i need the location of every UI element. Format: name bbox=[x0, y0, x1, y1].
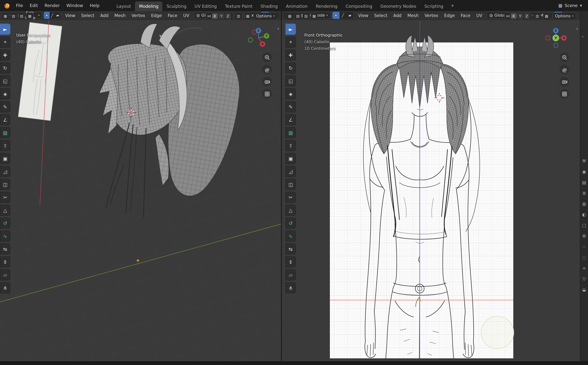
camera-view-button[interactable] bbox=[559, 77, 569, 86]
tool-add-cube-button[interactable]: ▧ bbox=[286, 127, 296, 138]
tool-cursor-button[interactable]: ⌖ bbox=[286, 37, 296, 48]
face-select-button[interactable]: ▰ bbox=[55, 12, 60, 19]
edge-select-button[interactable]: ╱ bbox=[339, 12, 346, 19]
properties-tab-material[interactable]: ◒ bbox=[581, 286, 588, 293]
menu-add[interactable]: Add bbox=[97, 11, 112, 20]
scene-chevron-icon[interactable]: ▾ bbox=[580, 3, 582, 8]
menu-face[interactable]: Face bbox=[165, 11, 180, 20]
tool-annotate-button[interactable]: ✎ bbox=[0, 101, 10, 112]
menu-uv[interactable]: UV bbox=[180, 11, 192, 20]
navigation-gizmo[interactable]: Z Y X bbox=[248, 27, 269, 48]
tool-edge-slide-button[interactable]: ⇆ bbox=[286, 244, 296, 254]
properties-tab-render[interactable]: ◉ bbox=[581, 168, 588, 175]
properties-tab-scene[interactable]: ◍ bbox=[581, 200, 588, 208]
viewport-toggle-button-4[interactable]: ▩ bbox=[311, 13, 318, 20]
snap-pair-button-2[interactable]: ▩ bbox=[543, 13, 550, 20]
tool-extrude-region-button[interactable]: ⇧ bbox=[0, 140, 10, 151]
tool-smooth-button[interactable]: ∿ bbox=[286, 231, 296, 242]
menu-add[interactable]: Add bbox=[390, 11, 405, 20]
tool-tweak-button[interactable]: ► bbox=[286, 24, 296, 35]
menu-select[interactable]: Select bbox=[371, 11, 390, 20]
tool-shear-button[interactable]: ▱ bbox=[286, 269, 296, 281]
tool-measure-button[interactable]: ∠ bbox=[286, 114, 296, 125]
workspace-tab-texture-paint[interactable]: Texture Paint bbox=[221, 1, 256, 11]
tool-transform-button[interactable]: ◈ bbox=[286, 88, 296, 99]
ortho-grid-button[interactable] bbox=[559, 89, 569, 99]
tool-shrink-fatten-button[interactable]: ⇕ bbox=[0, 256, 10, 267]
properties-tab-object-data[interactable]: ▽ bbox=[581, 275, 588, 283]
workspace-tab-modeling[interactable]: Modeling bbox=[135, 1, 163, 11]
tool-measure-button[interactable]: ∠ bbox=[0, 114, 10, 125]
properties-tab-view-layer[interactable]: ≣ bbox=[581, 190, 588, 197]
tool-extrude-region-button[interactable]: ⇧ bbox=[286, 140, 296, 151]
tool-knife-button[interactable]: ✂ bbox=[286, 192, 296, 203]
tool-loop-cut-button[interactable]: ◫ bbox=[0, 179, 10, 190]
properties-tab-constraints[interactable]: ∞ bbox=[581, 265, 588, 272]
menu-edge[interactable]: Edge bbox=[441, 11, 458, 20]
menu-select[interactable]: Select bbox=[78, 11, 97, 20]
zoom-button[interactable] bbox=[559, 52, 569, 62]
menu-vertex[interactable]: Vertex bbox=[129, 11, 148, 20]
tool-spin-button[interactable]: ↺ bbox=[0, 218, 10, 229]
viewport-toggle-button-1[interactable]: ▦ bbox=[286, 13, 293, 20]
menu-view[interactable]: View bbox=[355, 11, 371, 20]
viewport-toggle-button-4[interactable]: ▩ bbox=[26, 13, 33, 20]
tool-bevel-button[interactable]: ◿ bbox=[0, 166, 10, 177]
tool-cursor-button[interactable]: ⌖ bbox=[0, 37, 10, 48]
left-viewport-canvas[interactable]: User Perspective (40) Cabello bbox=[0, 20, 281, 361]
properties-tab-modifiers[interactable]: ⚙ bbox=[581, 232, 588, 240]
properties-tab-tool[interactable]: ⚒ bbox=[581, 157, 588, 165]
edge-select-button[interactable]: ╱ bbox=[50, 12, 55, 19]
properties-tab-output[interactable]: ▤ bbox=[581, 179, 588, 186]
topbar-menu-help[interactable]: Help bbox=[86, 0, 103, 11]
menu-face[interactable]: Face bbox=[458, 11, 473, 20]
mirror-x-button[interactable]: X bbox=[212, 13, 218, 19]
tool-smooth-button[interactable]: ∿ bbox=[0, 231, 10, 242]
tool-loop-cut-button[interactable]: ◫ bbox=[286, 179, 296, 190]
viewport-toggle-button-3[interactable]: ▨ bbox=[18, 13, 25, 20]
properties-expand-arrow[interactable]: ‹ bbox=[582, 34, 584, 39]
tool-move-button[interactable]: ✚ bbox=[0, 49, 10, 61]
mirror-x-button[interactable]: X bbox=[510, 13, 516, 19]
add-workspace-button[interactable]: + bbox=[447, 0, 458, 11]
tool-rip-region-button[interactable]: ⋔ bbox=[0, 282, 10, 293]
properties-tab-world[interactable]: ◐ bbox=[581, 211, 588, 218]
navigation-gizmo[interactable]: Z Y X bbox=[545, 27, 566, 48]
zoom-button[interactable] bbox=[262, 52, 272, 62]
blender-logo-icon[interactable] bbox=[3, 2, 10, 9]
scene-selector[interactable]: Scene bbox=[565, 3, 578, 8]
options-dropdown[interactable]: Options ▾ bbox=[552, 13, 576, 20]
tool-rip-region-button[interactable]: ⋔ bbox=[286, 282, 296, 293]
tool-tweak-button[interactable]: ► bbox=[0, 24, 10, 35]
topbar-menu-window[interactable]: Window bbox=[63, 0, 86, 11]
pan-hand-button[interactable] bbox=[262, 65, 272, 74]
tool-move-button[interactable]: ✚ bbox=[286, 49, 296, 61]
workspace-tab-sculpting[interactable]: Sculpting bbox=[163, 1, 190, 11]
tool-spin-button[interactable]: ↺ bbox=[286, 218, 296, 229]
tool-scale-button[interactable]: ◱ bbox=[286, 75, 296, 86]
tool-poly-build-button[interactable]: △ bbox=[0, 205, 10, 216]
region-collapse-arrow[interactable]: ‹ bbox=[277, 26, 279, 31]
right-viewport-canvas[interactable]: Front Orthographic (40) Cabello 10 Centi… bbox=[282, 20, 580, 361]
topbar-menu-edit[interactable]: Edit bbox=[26, 0, 41, 11]
gizmo-neg-z[interactable] bbox=[554, 43, 558, 48]
properties-tab-object[interactable]: ▢ bbox=[581, 222, 588, 229]
workspace-tab-compositing[interactable]: Compositing bbox=[342, 1, 376, 11]
ortho-grid-button[interactable] bbox=[262, 89, 272, 99]
mirror-z-button[interactable]: Z bbox=[524, 13, 530, 19]
face-select-button[interactable]: ▰ bbox=[346, 12, 353, 19]
tool-edge-slide-button[interactable]: ⇆ bbox=[0, 244, 10, 254]
workspace-tab-animation[interactable]: Animation bbox=[282, 1, 312, 11]
gizmo-neg-y[interactable] bbox=[248, 38, 253, 42]
tool-rotate-button[interactable]: ↻ bbox=[0, 63, 10, 74]
workspace-tab-layout[interactable]: Layout bbox=[112, 1, 135, 11]
gizmo-neg-x[interactable] bbox=[546, 36, 550, 40]
tool-transform-button[interactable]: ◈ bbox=[0, 88, 10, 99]
tool-inset-faces-button[interactable]: ▣ bbox=[0, 153, 10, 164]
menu-mesh[interactable]: Mesh bbox=[404, 11, 422, 20]
tool-shrink-fatten-button[interactable]: ⇕ bbox=[286, 256, 296, 267]
tool-annotate-button[interactable]: ✎ bbox=[286, 101, 296, 112]
tool-scale-button[interactable]: ◱ bbox=[0, 75, 10, 86]
tool-inset-faces-button[interactable]: ▣ bbox=[286, 153, 296, 164]
topbar-menu-render[interactable]: Render bbox=[41, 0, 63, 11]
